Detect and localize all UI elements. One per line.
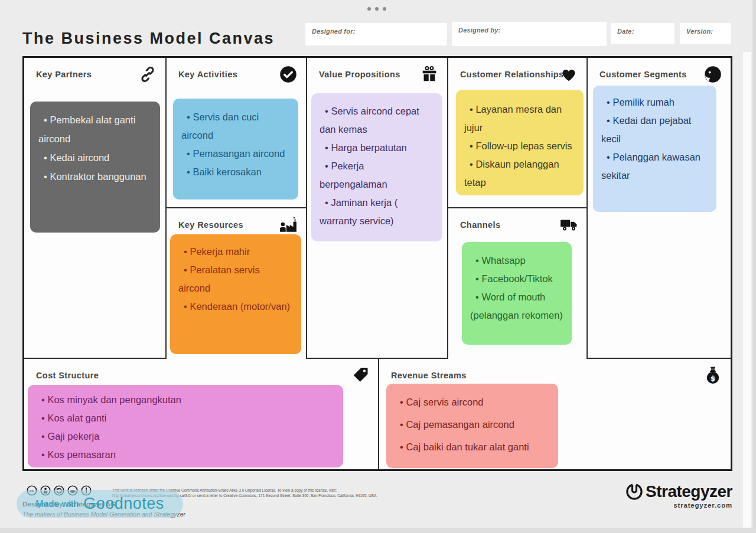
note-item: Facebook/Tiktok xyxy=(470,270,563,288)
ellipsis-menu-icon[interactable] xyxy=(367,7,386,11)
note-item: Kontraktor banggunan xyxy=(38,167,152,186)
sticky-note-revenue-streams[interactable]: Caj servis aircondCaj pemasangan aircond… xyxy=(386,384,558,468)
sticky-note-channels[interactable]: WhatsappFacebook/TiktokWord of mouth (pe… xyxy=(462,242,572,345)
window-bottom-edge xyxy=(0,528,756,533)
note-item: Whatsapp xyxy=(470,251,563,270)
designed-for-field[interactable]: Designed for: xyxy=(305,23,447,45)
page-edge-strip xyxy=(743,52,751,533)
note-item: Baiki kerosakan xyxy=(181,163,290,181)
designed-by-field[interactable]: Designed by: xyxy=(452,22,607,46)
note-item: Pekerja mahir xyxy=(178,243,293,261)
note-item: Pelanggan kawasan sekitar xyxy=(601,148,708,185)
section-title: Channels xyxy=(460,220,500,230)
sticky-note-key-resources[interactable]: Pekerja mahirPeralatan servis aircondKen… xyxy=(170,234,301,354)
section-value-propositions: Value Propositions Servis aircond cepat … xyxy=(307,58,448,359)
link-icon xyxy=(139,66,157,83)
person-circle-icon xyxy=(704,66,722,83)
goodnotes-logo: Goodnotes xyxy=(83,495,164,513)
check-circle-icon xyxy=(279,66,297,83)
sticky-note-key-activities[interactable]: Servis dan cuci aircondPemasangan aircon… xyxy=(173,99,298,200)
note-item: Caj baiki dan tukar alat ganti xyxy=(395,436,550,458)
note-item: Servis dan cuci aircond xyxy=(181,108,290,145)
sticky-note-key-partners[interactable]: Pembekal alat ganti aircondKedai aircond… xyxy=(30,102,160,233)
section-title: Key Activities xyxy=(178,70,237,79)
section-title: Customer Relationships xyxy=(460,70,564,79)
note-item: Layanan mesra dan jujur xyxy=(464,100,575,137)
section-title: Cost Structure xyxy=(36,371,99,380)
tag-icon xyxy=(351,367,369,384)
note-item: Kos pemasaran xyxy=(36,446,335,464)
note-item: Harga berpatutan xyxy=(320,139,434,157)
note-item: Caj servis aircond xyxy=(395,391,550,413)
note-item: Pembekal alat ganti aircond xyxy=(38,110,152,148)
goodnotes-watermark: Made with Goodnotes xyxy=(17,490,183,518)
business-model-canvas: Key Partners Pembekal alat ganti aircond… xyxy=(22,56,732,471)
note-item: Peralatan servis aircond xyxy=(178,261,293,297)
strategyzer-wordmark: Strategyzer xyxy=(646,482,732,501)
note-item: Jaminan kerja ( warranty service) xyxy=(320,194,434,230)
strategyzer-mark-icon xyxy=(625,483,643,501)
note-item: Pekerja berpengalaman xyxy=(320,157,434,194)
note-item: Word of mouth (pelanggan rekomen) xyxy=(470,288,563,325)
note-item: Servis aircond cepat dan kemas xyxy=(320,102,434,139)
date-label: Date: xyxy=(611,23,674,35)
designed-by-label: Designed by: xyxy=(452,22,607,34)
note-item: Pemasangan aircond xyxy=(181,145,290,163)
section-customer-segments: Customer Segments Pemilik rumahKedai dan… xyxy=(588,58,731,359)
money-bag-icon: $ xyxy=(704,367,722,384)
section-key-resources: Key Resources Pekerja mahirPeralatan ser… xyxy=(167,208,307,359)
version-field[interactable]: Version: xyxy=(680,23,731,44)
section-title: Key Partners xyxy=(36,70,92,79)
heart-icon xyxy=(560,66,578,83)
factory-person-icon xyxy=(279,216,297,234)
section-title: Revenue Streams xyxy=(391,371,467,380)
note-item: Gaji pekerja xyxy=(36,427,335,446)
designed-for-label: Designed for: xyxy=(305,23,447,35)
sticky-note-customer-segments[interactable]: Pemilik rumahKedai dan pejabat kecilPela… xyxy=(593,86,716,212)
section-revenue-streams: Revenue Streams $ Caj servis aircondCaj … xyxy=(379,359,731,469)
note-item: Diskaun pelanggan tetap xyxy=(464,155,575,192)
note-item: Pemilik rumah xyxy=(601,93,708,112)
note-item: Kos minyak dan pengangkutan xyxy=(36,391,335,409)
section-title: Value Propositions xyxy=(319,70,400,79)
page-title: The Business Model Canvas xyxy=(22,30,275,48)
strategyzer-url: strategyzer.com xyxy=(607,502,732,509)
note-item: Follow-up lepas servis xyxy=(464,137,575,155)
version-label: Version: xyxy=(680,23,731,35)
note-item: Kedai dan pejabat kecil xyxy=(601,112,708,148)
sticky-note-cost-structure[interactable]: Kos minyak dan pengangkutanKos alat gant… xyxy=(28,385,343,467)
note-item: Kenderaan (motor/van) xyxy=(178,297,293,316)
section-key-activities: Key Activities Servis dan cuci aircondPe… xyxy=(167,58,307,208)
section-key-partners: Key Partners Pembekal alat ganti aircond… xyxy=(24,58,167,359)
section-customer-relationships: Customer Relationships Layanan mesra dan… xyxy=(448,58,588,208)
section-title: Customer Segments xyxy=(599,70,687,79)
watermark-prefix: Made with xyxy=(35,499,79,509)
note-item: Kedai aircond xyxy=(38,148,152,167)
date-field[interactable]: Date: xyxy=(611,23,674,44)
window-right-edge xyxy=(752,0,756,533)
svg-text:$: $ xyxy=(711,374,716,382)
gift-icon xyxy=(421,66,438,83)
note-item: Caj pemasangan aircond xyxy=(395,413,550,436)
strategyzer-logo: Strategyzer strategyzer.com xyxy=(607,482,732,509)
section-channels: Channels WhatsappFacebook/TiktokWord of … xyxy=(448,208,588,359)
truck-icon xyxy=(560,216,578,234)
note-item: Kos alat ganti xyxy=(36,409,335,427)
sticky-note-value-propositions[interactable]: Servis aircond cepat dan kemasHarga berp… xyxy=(311,93,442,241)
sticky-note-customer-relationships[interactable]: Layanan mesra dan jujurFollow-up lepas s… xyxy=(456,90,584,195)
section-title: Key Resources xyxy=(178,220,243,230)
section-cost-structure: Cost Structure Kos minyak dan pengangkut… xyxy=(24,359,379,469)
